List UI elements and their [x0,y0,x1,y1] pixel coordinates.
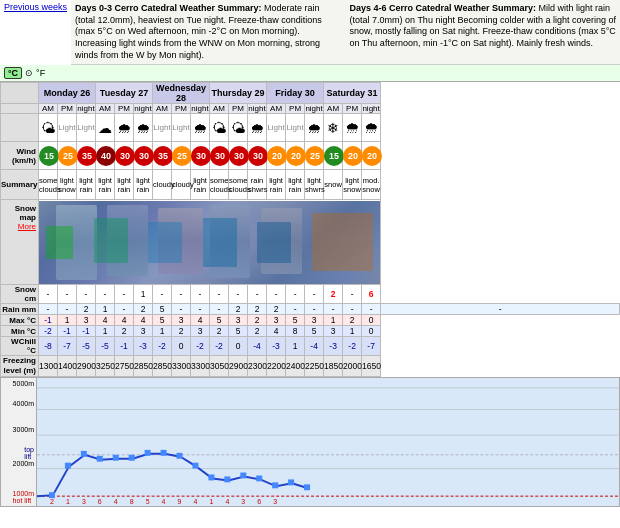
ampm-cell: AM [210,104,229,114]
summary-days03: Days 0-3 Cerro Catedral Weather Summary:… [75,3,341,61]
weather-icon-cell: Light [267,114,286,142]
summary-cell: some clouds [39,170,58,200]
wind-cell: 25 [172,142,191,170]
summary-cell: some clouds [210,170,229,200]
day-header-row: Monday 26 Tuesday 27 Wednesday 28 Thursd… [1,83,620,104]
svg-text:4: 4 [114,498,118,505]
ampm-cell: night [305,104,324,114]
ampm-cell: AM [324,104,343,114]
monday-header: Monday 26 [39,83,96,104]
svg-rect-19 [240,472,246,478]
svg-text:5: 5 [146,498,150,505]
wind-cell: 35 [77,142,96,170]
wind-cell: 15 [39,142,58,170]
y-label-2000m: 2000m [13,460,34,467]
summary-cell: light rain [191,170,210,200]
summary-label: Summary [1,170,39,200]
svg-text:6: 6 [98,498,102,505]
wind-cell: 15 [324,142,343,170]
ampm-cell: night [77,104,96,114]
y-label-5000m: 5000m [13,380,34,387]
celsius-unit[interactable]: °C [4,67,22,79]
icons-label [1,114,39,142]
svg-rect-15 [177,452,183,458]
svg-text:3: 3 [82,498,86,505]
ampm-cell: PM [229,104,248,114]
elevation-svg: 2 1 3 6 4 8 5 4 9 4 1 4 3 6 3 [37,378,619,506]
weather-icon-cell: 🌨 [362,114,381,142]
freezing-label: Freezinglevel (m) [1,356,39,376]
weather-icon-cell: 🌧 [248,114,267,142]
ampm-cell: AM [96,104,115,114]
wind-cell: 30 [115,142,134,170]
min-temp-label: Min °C [1,326,39,337]
svg-rect-16 [192,462,198,468]
summary-cell: snow [324,170,343,200]
friday-header: Friday 30 [267,83,324,104]
svg-rect-0 [37,378,619,506]
weather-icon-cell: Light [58,114,77,142]
weather-icon-cell: Light [153,114,172,142]
summary-cell: rain shwrs [248,170,267,200]
fahrenheit-unit[interactable]: °F [36,68,45,78]
wchill-label: WChill °C [1,337,39,356]
elevation-chart: 5000m 4000m 3000m toplift 2000m 1000mhot… [0,377,620,507]
svg-text:3: 3 [273,498,277,505]
summary-cell: light shwrs [305,170,324,200]
weather-icon-cell: 🌧 [191,114,210,142]
svg-rect-14 [161,450,167,456]
chart-svg-area: 2 1 3 6 4 8 5 4 9 4 1 4 3 6 3 [37,378,619,506]
thursday-header: Thursday 29 [210,83,267,104]
svg-rect-20 [256,475,262,481]
snow-map-image [39,200,381,285]
svg-rect-22 [288,479,294,485]
y-axis: 5000m 4000m 3000m toplift 2000m 1000mhot… [1,378,37,506]
svg-text:6: 6 [257,498,261,505]
summary-cell: light rain [77,170,96,200]
summary-cell: mod. snow [362,170,381,200]
summary-days46: Days 4-6 Cerro Catedral Weather Summary:… [350,3,616,61]
wind-cell: 30 [134,142,153,170]
svg-text:1: 1 [209,498,213,505]
ampm-cell: PM [58,104,77,114]
svg-text:9: 9 [178,498,182,505]
ampm-corner [1,104,39,114]
wind-cell: 20 [343,142,362,170]
saturday-header: Saturday 31 [324,83,381,104]
top-summary: Days 0-3 Cerro Catedral Weather Summary:… [71,0,620,65]
weather-icon-cell: Light [172,114,191,142]
ampm-cell: night [134,104,153,114]
svg-rect-18 [224,476,230,482]
wind-label: Wind (km/h) [1,142,39,170]
prev-weeks-link[interactable]: Previous weeks [0,0,71,65]
min-temp-row: Min °C -2 -1 -1 1 2 3 1 2 3 2 5 2 4 8 5 … [1,326,620,337]
summary-cell: some clouds [229,170,248,200]
max-temp-label: Max °C [1,315,39,326]
weather-icon-cell: ☁ [96,114,115,142]
snow-map-label: Snow map More [1,200,39,285]
summary-cell: light rain [115,170,134,200]
tuesday-header: Tuesday 27 [96,83,153,104]
weather-icon-cell: 🌧 [115,114,134,142]
y-label-top-lift: toplift [24,446,34,460]
summary-cell: cloudy [172,170,191,200]
wind-cell: 30 [229,142,248,170]
summary-cell: cloudy [153,170,172,200]
ampm-header-row: AM PM night AM PM night AM PM night AM P… [1,104,620,114]
wchill-row: WChill °C -8 -7 -5 -5 -1 -3 -2 0 -2 -2 0… [1,337,620,356]
summary-cell: light snow [58,170,77,200]
weather-icons-row: 🌤 Light Light ☁ 🌧 🌧 Light Light 🌧 🌤 🌤 🌧 … [1,114,620,142]
weather-icon-cell: 🌤 [39,114,58,142]
svg-rect-13 [145,450,151,456]
ampm-cell: PM [172,104,191,114]
svg-text:4: 4 [162,498,166,505]
weather-icon-cell: 🌨 [343,114,362,142]
summary-cell: light rain [267,170,286,200]
summary-cell: light rain [96,170,115,200]
ampm-cell: night [248,104,267,114]
svg-rect-23 [304,484,310,490]
corner-cell [1,83,39,104]
snow-map-row: Snow map More [1,200,620,285]
weather-grid: Monday 26 Tuesday 27 Wednesday 28 Thursd… [0,82,620,376]
svg-text:4: 4 [194,498,198,505]
